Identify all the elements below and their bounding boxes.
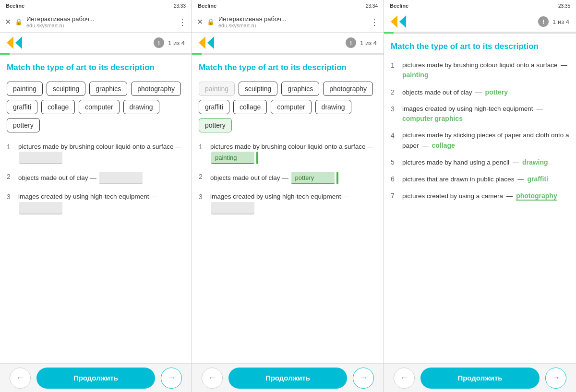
answer-box-2-1[interactable]: painting (211, 152, 254, 164)
match-text-2-1: pictures made by brushing colour liquid … (210, 142, 377, 164)
result-number-3: 3 (391, 104, 398, 113)
result-text-5: pictures made by hand using a pencil — d… (402, 157, 548, 167)
app-header-1: ! 1 из 4 (0, 33, 192, 53)
signal-1: 23:33 (174, 3, 186, 9)
carrier-1: Beeline (6, 3, 24, 9)
status-right-1: 23:33 (174, 3, 186, 9)
tag-graffiti-1[interactable]: graffiti (7, 100, 37, 114)
continue-button-3[interactable]: Продолжить (420, 368, 540, 389)
result-item-3: 3 images created by using high-tech equi… (391, 104, 569, 124)
result-item-2: 2 objects made out of clay — pottery (391, 87, 569, 97)
match-item-1-3: 3 images created by using high-tech equi… (7, 192, 185, 214)
close-icon-1[interactable]: ✕ (5, 17, 11, 26)
result-text-4: pictures made by sticking pieces of pape… (402, 131, 569, 151)
result-answer-5: drawing (522, 158, 548, 166)
content-2: Match the type of art to its description… (192, 55, 384, 363)
logo-icon-1 (7, 36, 22, 49)
lock-icon-2: 🔒 (207, 18, 215, 25)
continue-button-1[interactable]: Продолжить (36, 368, 155, 389)
match-number-1-3: 3 (7, 192, 14, 201)
content-1: Match the type of art to its description… (0, 55, 192, 363)
answer-box-2-3[interactable] (211, 202, 254, 214)
menu-icon-2[interactable]: ⋮ (370, 17, 379, 27)
word-tags-2: painting sculpting graphics photography … (199, 82, 377, 132)
tag-pottery-1[interactable]: pottery (7, 118, 40, 132)
back-button-2[interactable]: ← (202, 368, 223, 389)
panel-2: Beeline 23:34 ✕ 🔒 Интерактивная рабоч...… (192, 0, 384, 392)
header-right-1: ! 1 из 4 (154, 37, 185, 48)
carrier-3: Beeline (390, 3, 408, 9)
match-text-1-1: pictures made by brushing colour liquid … (18, 142, 185, 164)
back-button-1[interactable]: ← (10, 368, 31, 389)
result-answer-6: graffiti (527, 175, 548, 183)
tag-computer-2[interactable]: computer (271, 100, 311, 114)
tag-sculpting-2[interactable]: sculpting (239, 82, 277, 96)
svg-marker-4 (391, 15, 397, 28)
url-block-2: Интерактивная рабоч... edu.skysmart.ru (218, 15, 366, 28)
word-tags-1: painting sculpting graphics photography … (7, 82, 185, 132)
tag-graphics-2[interactable]: graphics (281, 82, 319, 96)
result-number-6: 6 (391, 174, 398, 183)
status-bar-1: Beeline 23:33 (0, 0, 192, 12)
alert-icon-1: ! (154, 37, 164, 48)
result-text-2: objects made out of clay — pottery (402, 87, 508, 97)
alert-icon-3: ! (538, 16, 549, 27)
bottom-nav-1: ← Продолжить → (0, 363, 192, 392)
answer-box-1-2[interactable] (99, 172, 143, 184)
tag-collage-1[interactable]: collage (41, 100, 75, 114)
browser-title-2: Интерактивная рабоч... (218, 15, 366, 23)
question-title-1: Match the type of art to its description (7, 62, 185, 73)
svg-marker-2 (199, 36, 205, 49)
match-text-1-2: objects made out of clay — (18, 172, 185, 184)
svg-marker-0 (7, 36, 13, 49)
tag-photography-1[interactable]: photography (131, 82, 181, 96)
answer-box-1-3[interactable] (19, 202, 62, 214)
result-answer-1: painting (402, 71, 428, 79)
forward-button-3[interactable]: → (545, 368, 566, 389)
close-icon-2[interactable]: ✕ (197, 17, 203, 26)
forward-button-1[interactable]: → (161, 368, 182, 389)
lock-icon-1: 🔒 (15, 18, 23, 25)
tag-photography-2[interactable]: photography (323, 82, 373, 96)
menu-icon-1[interactable]: ⋮ (178, 17, 187, 27)
tag-sculpting-1[interactable]: sculpting (47, 82, 85, 96)
answer-box-1-1[interactable] (19, 152, 62, 164)
time-3: 23:35 (558, 3, 570, 9)
status-right-3: 23:35 (558, 3, 570, 9)
back-button-3[interactable]: ← (394, 368, 415, 389)
tag-painting-2[interactable]: painting (199, 82, 235, 96)
answer-box-2-2[interactable]: pottery (291, 172, 335, 184)
result-answer-4: collage (432, 142, 455, 149)
result-text-1: pictures made by brushing colour liquid … (402, 60, 569, 81)
tag-drawing-1[interactable]: drawing (123, 100, 159, 114)
tag-pottery-2[interactable]: pottery (199, 118, 232, 132)
result-number-1: 1 (391, 60, 398, 69)
question-title-3: Match the type of art to its description (391, 41, 569, 52)
browser-title-1: Интерактивная рабоч... (26, 15, 174, 23)
progress-text-1: 1 из 4 (168, 39, 185, 47)
alert-icon-2: ! (346, 37, 356, 48)
tag-graphics-1[interactable]: graphics (89, 82, 127, 96)
forward-button-2[interactable]: → (353, 368, 374, 389)
carrier-2: Beeline (198, 3, 216, 9)
tag-computer-1[interactable]: computer (79, 100, 119, 114)
app-header-3: ! 1 из 4 (384, 12, 576, 32)
match-item-2-2: 2 objects made out of clay — pottery (199, 172, 377, 184)
progress-text-3: 1 из 4 (552, 18, 569, 25)
match-number-2-3: 3 (199, 192, 206, 201)
result-item-6: 6 pictures that are drawn in public plac… (391, 174, 569, 184)
tag-collage-2[interactable]: collage (233, 100, 267, 114)
match-item-1-1: 1 pictures made by brushing colour liqui… (7, 142, 185, 164)
browser-bar-2: ✕ 🔒 Интерактивная рабоч... edu.skysmart.… (192, 12, 384, 33)
continue-button-2[interactable]: Продолжить (228, 368, 347, 389)
status-bar-2: Beeline 23:34 (192, 0, 384, 12)
tag-painting-1[interactable]: painting (7, 82, 43, 96)
result-item-7: 7 pictures created by using a camera — p… (391, 191, 569, 201)
svg-marker-5 (399, 15, 406, 28)
tag-drawing-2[interactable]: drawing (315, 100, 351, 114)
match-number-1-2: 2 (7, 172, 14, 180)
result-number-7: 7 (391, 191, 398, 200)
progress-text-2: 1 из 4 (360, 39, 377, 47)
tag-graffiti-2[interactable]: graffiti (199, 100, 229, 114)
match-list-1: 1 pictures made by brushing colour liqui… (7, 142, 185, 214)
